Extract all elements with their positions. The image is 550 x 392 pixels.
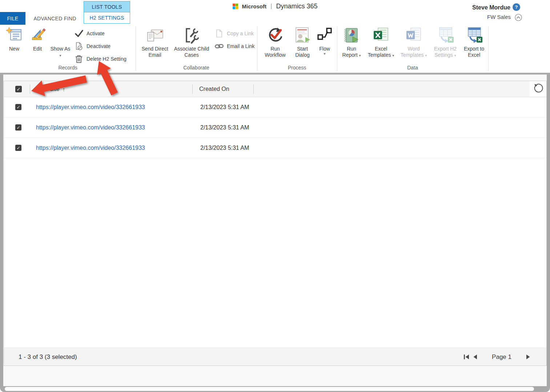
check-icon: ✓	[16, 125, 20, 130]
ribbon-group-process: Run Workflow Start Dialog	[257, 25, 337, 73]
row-checkbox[interactable]: ✓	[15, 124, 21, 131]
column-divider[interactable]	[30, 84, 30, 94]
select-all-checkbox[interactable]: ✓	[15, 86, 22, 92]
start-dialog-button[interactable]: Start Dialog	[291, 27, 314, 58]
sort-ascending-icon: ↑	[63, 86, 65, 92]
new-record-icon	[6, 27, 23, 44]
flow-icon	[317, 27, 333, 44]
word-templates-icon	[405, 27, 422, 45]
web-site-link[interactable]: https://player.vimeo.com/video/332661933	[36, 138, 145, 158]
trash-icon	[75, 55, 83, 63]
record-count-status: 1 - 3 of 3 (3 selected)	[19, 348, 77, 366]
show-as-button[interactable]: Show As ▾	[49, 27, 71, 59]
check-icon: ✓	[16, 105, 20, 110]
user-organization: FW Sales	[487, 14, 511, 20]
export-to-excel-button[interactable]: Export to Excel	[461, 27, 487, 58]
row-checkbox[interactable]: ✓	[15, 104, 21, 110]
product-name: Dynamics 365	[276, 3, 317, 10]
excel-templates-button[interactable]: Excel Templates ▾	[365, 27, 397, 59]
copy-link-page-icon	[215, 29, 224, 38]
run-report-button[interactable]: Run Report ▾	[339, 27, 364, 59]
column-header-web-site[interactable]: Web Site ↑	[36, 81, 65, 97]
tab-bar: FILE ADVANCED FIND LIST TOOLS H2 SETTING…	[0, 0, 550, 25]
deactivate-icon	[75, 42, 83, 51]
chevron-down-icon: ▾	[359, 53, 361, 57]
tab-h2-settings[interactable]: H2 SETTINGS	[84, 12, 130, 23]
delete-h2-setting-button[interactable]: Delete H2 Setting	[75, 55, 127, 63]
brand: Microsoft | Dynamics 365	[0, 1, 550, 11]
user-name: Steve Mordue	[472, 4, 510, 11]
send-direct-email-button[interactable]: Send Direct Email	[138, 27, 171, 58]
flow-button[interactable]: Flow▾	[314, 27, 335, 56]
child-cases-wrench-icon	[183, 27, 200, 45]
refresh-button[interactable]	[530, 81, 546, 97]
check-icon: ✓	[16, 145, 20, 151]
tab-file[interactable]: FILE	[0, 12, 25, 25]
deactivate-button[interactable]: Deactivate	[75, 42, 111, 51]
group-label-data: Data	[337, 65, 488, 71]
ribbon-group-collaborate: Send Direct Email Associate Child Cases	[136, 25, 257, 73]
dynamics-365-window: FILE ADVANCED FIND LIST TOOLS H2 SETTING…	[0, 0, 550, 392]
records-grid: ✓ Web Site ↑ Created On	[4, 81, 547, 366]
word-templates-button[interactable]: Word Templates ▾	[398, 27, 429, 59]
copy-a-link-button[interactable]: Copy a Link	[215, 29, 254, 38]
chevron-down-icon: ▾	[454, 53, 456, 57]
collapse-ribbon-icon[interactable]	[514, 13, 523, 23]
help-icon[interactable]: ?	[513, 3, 520, 11]
ribbon-group-data: Run Report ▾ Excel Templates ▾	[337, 25, 488, 73]
run-report-icon	[343, 27, 360, 45]
web-site-link[interactable]: https://player.vimeo.com/video/332661933	[36, 97, 145, 117]
page-number: Page 1	[492, 353, 511, 361]
table-row[interactable]: ✓ https://player.vimeo.com/video/3326619…	[4, 117, 546, 138]
export-settings-icon	[436, 27, 454, 45]
table-row[interactable]: ✓ https://player.vimeo.com/video/3326619…	[4, 97, 546, 117]
excel-templates-icon	[372, 27, 390, 45]
activate-check-icon	[75, 29, 83, 38]
ribbon-group-records: New Edit Show As ▾	[0, 25, 136, 73]
new-button[interactable]: New	[3, 27, 25, 52]
horizontal-scrollbar[interactable]	[5, 387, 534, 391]
send-email-icon	[145, 27, 164, 45]
edit-button[interactable]: Edit	[27, 27, 48, 52]
chevron-down-icon: ▾	[59, 53, 61, 57]
brand-divider: |	[270, 3, 272, 10]
microsoft-logo-icon	[233, 4, 238, 9]
grid-header-row: ✓ Web Site ↑ Created On	[4, 81, 546, 97]
tab-advanced-find[interactable]: ADVANCED FIND	[25, 12, 84, 25]
run-workflow-button[interactable]: Run Workflow	[260, 27, 290, 58]
table-row[interactable]: ✓ https://player.vimeo.com/video/3326619…	[4, 138, 546, 158]
grid-status-bar: 1 - 3 of 3 (3 selected) Page 1	[4, 348, 546, 365]
pager: Page 1	[462, 348, 533, 366]
first-page-button[interactable]	[462, 353, 471, 361]
ribbon: New Edit Show As ▾	[0, 25, 550, 73]
created-on-value: 2/13/2023 5:31 AM	[200, 97, 249, 117]
chevron-down-icon: ▾	[314, 52, 335, 56]
previous-page-button[interactable]	[471, 353, 479, 361]
activate-button[interactable]: Activate	[75, 29, 105, 38]
column-header-created-on[interactable]: Created On	[199, 81, 229, 97]
group-label-collaborate: Collaborate	[136, 65, 257, 71]
associate-child-cases-button[interactable]: Associate Child Cases	[171, 27, 212, 58]
export-h2-settings-button[interactable]: Export H2 Settings ▾	[430, 27, 461, 59]
refresh-icon	[533, 83, 543, 95]
email-a-link-button[interactable]: Email a Link	[215, 42, 254, 51]
created-on-value: 2/13/2023 5:31 AM	[200, 117, 249, 138]
chevron-down-icon: ▾	[425, 53, 427, 57]
row-checkbox[interactable]: ✓	[15, 145, 21, 151]
column-divider[interactable]	[253, 84, 254, 94]
next-page-button[interactable]	[524, 353, 533, 361]
column-divider[interactable]	[192, 84, 193, 94]
run-workflow-icon	[266, 27, 284, 45]
group-label-records: Records	[0, 65, 136, 71]
edit-icon	[29, 27, 46, 44]
chain-link-icon	[215, 42, 224, 51]
microsoft-wordmark: Microsoft	[242, 3, 267, 9]
group-label-process: Process	[257, 65, 337, 71]
export-to-excel-icon	[465, 27, 483, 45]
ribbon-group-separator	[488, 26, 489, 71]
web-site-link[interactable]: https://player.vimeo.com/video/332661933	[36, 117, 145, 138]
check-icon: ✓	[17, 87, 21, 92]
created-on-value: 2/13/2023 5:31 AM	[200, 138, 249, 158]
chevron-down-icon: ▾	[392, 53, 394, 57]
start-dialog-icon	[294, 27, 311, 45]
